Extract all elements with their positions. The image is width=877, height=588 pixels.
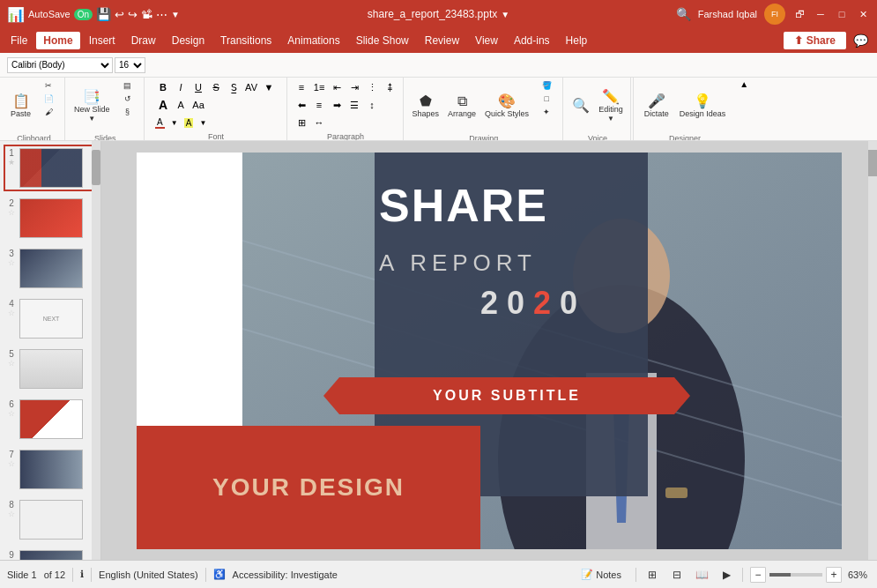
align-center-button[interactable]: ≡ [311, 97, 327, 113]
editing-button[interactable]: ✏️ Editing ▼ [595, 79, 627, 132]
decrease-font-button[interactable]: A [173, 97, 189, 113]
more-icon[interactable]: ⋯ [156, 8, 167, 21]
align-left-button[interactable]: ⬅ [294, 97, 309, 113]
menu-home[interactable]: Home [36, 32, 79, 49]
slide-thumb-3[interactable]: 3 ☆ [4, 245, 97, 292]
paste-button[interactable]: 📋 Paste [7, 79, 34, 132]
ribbon-collapse[interactable]: ▲ [738, 78, 750, 140]
align-right-button[interactable]: ➡ [329, 97, 345, 113]
presentation-mode-icon[interactable]: 📽 [141, 8, 152, 21]
columns-button[interactable]: ⋮ [364, 79, 380, 95]
menu-animations[interactable]: Animations [280, 32, 346, 49]
copy-button[interactable]: 📄 [36, 93, 61, 105]
dropdown-arrow[interactable]: ▼ [171, 10, 180, 19]
cut-button[interactable]: ✂ [36, 79, 61, 92]
clear-format-button[interactable]: Aa [190, 97, 206, 113]
menu-transitions[interactable]: Transitions [213, 32, 279, 49]
menu-view[interactable]: View [468, 32, 505, 49]
slide-thumb-6[interactable]: 6 ☆ [4, 396, 97, 443]
layout-button[interactable]: ▤ [115, 79, 140, 92]
numbering-button[interactable]: 1≡ [311, 79, 327, 95]
underline-button[interactable]: U [190, 79, 206, 95]
shapes-button[interactable]: ⬟ Shapes [409, 79, 443, 132]
charspacing-button[interactable]: AV [243, 79, 259, 95]
shape-effects-button[interactable]: ✦ [534, 106, 559, 118]
canvas-area[interactable]: SHARE A REPORT 2020 YOUR SUBTITLE YOUR D… [101, 141, 877, 560]
autosave-toggle[interactable]: On [74, 9, 93, 20]
undo-icon[interactable]: ↩ [115, 8, 124, 21]
close-button[interactable]: ✕ [856, 7, 870, 21]
format-painter-button[interactable]: 🖌 [36, 106, 61, 118]
menu-insert[interactable]: Insert [82, 32, 123, 49]
shadow-button[interactable]: S̲ [226, 79, 242, 95]
increase-indent-button[interactable]: ⇥ [346, 79, 362, 95]
slide-thumb-8[interactable]: 8 ☆ [4, 496, 97, 543]
filename-arrow[interactable]: ▼ [501, 10, 509, 19]
menu-slideshow[interactable]: Slide Show [349, 32, 416, 49]
slide-thumb-4[interactable]: 4 ☆ NEXT [4, 295, 97, 342]
slide-thumb-7[interactable]: 7 ☆ [4, 446, 97, 493]
menu-addins[interactable]: Add-ins [507, 32, 557, 49]
fontcolor-more[interactable]: ▼ [261, 79, 277, 95]
zoom-level-text[interactable]: 63% [845, 569, 870, 580]
slide-thumb-1[interactable]: 1 ★ [4, 145, 97, 191]
reset-button[interactable]: ↺ [115, 93, 140, 105]
slide-thumb-5[interactable]: 5 ☆ [4, 346, 97, 392]
share-button[interactable]: ⬆ Share [784, 32, 846, 49]
font-color-button[interactable]: A [155, 117, 165, 129]
slide-canvas[interactable]: SHARE A REPORT 2020 YOUR SUBTITLE YOUR D… [137, 153, 842, 549]
slideshow-view-button[interactable]: ▶ [717, 566, 735, 584]
font-name-select[interactable]: Calibri (Body) [7, 57, 113, 73]
reading-view-button[interactable]: 📖 [693, 566, 710, 584]
minimize-button[interactable]: ─ [814, 7, 828, 21]
text-direction-button[interactable]: ⭻ [382, 79, 398, 95]
bold-button[interactable]: B [155, 79, 171, 95]
decrease-indent-button[interactable]: ⇤ [329, 79, 345, 95]
shape-outline-button[interactable]: □ [534, 93, 559, 105]
shape-fill-button[interactable]: 🪣 [534, 79, 559, 92]
panel-scrollbar[interactable] [92, 141, 100, 560]
strikethrough-button[interactable]: S [208, 79, 224, 95]
convert-button[interactable]: ↔ [311, 115, 327, 130]
menu-review[interactable]: Review [418, 32, 466, 49]
redo-icon[interactable]: ↪ [128, 8, 137, 21]
accessibility-text[interactable]: Accessibility: Investigate [233, 569, 338, 580]
highlight-arrow[interactable]: ▼ [195, 115, 211, 130]
zoom-slider[interactable] [769, 573, 822, 577]
menu-draw[interactable]: Draw [124, 32, 163, 49]
bullets-button[interactable]: ≡ [294, 79, 309, 95]
search-icon[interactable]: 🔍 [676, 7, 691, 21]
new-slide-button[interactable]: 📑 New Slide ▼ [71, 79, 114, 132]
increase-font-button[interactable]: A [155, 97, 171, 113]
menu-help[interactable]: Help [559, 32, 595, 49]
slide-thumb-9[interactable]: 9 ☆ [4, 547, 97, 560]
dictate-button[interactable]: 🎤 Dictate [641, 79, 673, 132]
save-icon[interactable]: 💾 [96, 7, 111, 21]
zoom-plus-button[interactable]: + [826, 567, 842, 583]
menu-design[interactable]: Design [165, 32, 212, 49]
notes-button[interactable]: 📝 Notes [574, 567, 628, 582]
normal-view-button[interactable]: ⊞ [643, 566, 661, 584]
font-color-arrow[interactable]: ▼ [167, 115, 182, 130]
quick-styles-button[interactable]: 🎨 Quick Styles [481, 79, 532, 132]
menu-file[interactable]: File [4, 32, 34, 49]
slide-thumb-2[interactable]: 2 ☆ [4, 195, 97, 242]
arrange-button[interactable]: ⧉ Arrange [444, 79, 479, 132]
language-text[interactable]: English (United States) [99, 569, 198, 580]
linespace-button[interactable]: ↕ [364, 97, 380, 113]
slide-info-icon[interactable]: ℹ [80, 569, 84, 580]
highlight-button[interactable]: A [184, 118, 194, 128]
canvas-scrollbar[interactable] [868, 141, 877, 560]
font-size-select[interactable]: 16 [115, 57, 145, 73]
section-button[interactable]: § [115, 106, 140, 118]
design-ideas-button[interactable]: 💡 Design Ideas [676, 79, 730, 132]
italic-button[interactable]: I [173, 79, 189, 95]
smartart-button[interactable]: ⊞ [294, 115, 309, 130]
maximize-button[interactable]: □ [835, 7, 849, 21]
restore-button[interactable]: 🗗 [792, 7, 806, 21]
find-button[interactable]: 🔍 [569, 79, 593, 132]
comment-button[interactable]: 💬 [848, 31, 873, 50]
justify-button[interactable]: ☰ [346, 97, 362, 113]
zoom-minus-button[interactable]: − [750, 567, 766, 583]
slide-sorter-button[interactable]: ⊟ [668, 566, 686, 584]
